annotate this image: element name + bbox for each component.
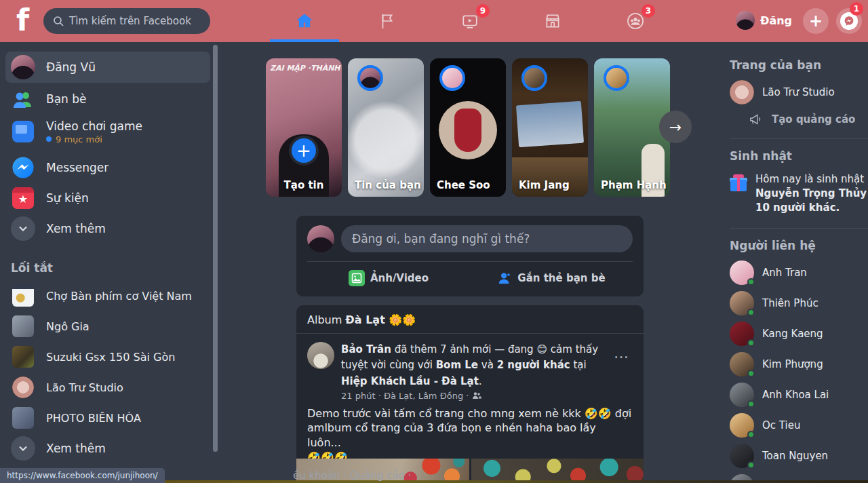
shortcut-suzuki[interactable]: Suzuki Gsx 150 Sài Gòn <box>5 342 210 372</box>
story-label: Tin của bạn <box>355 180 421 191</box>
shortcut-lao-tru-studio[interactable]: Lão Trư Studio <box>5 372 210 402</box>
chevron-down-icon <box>11 436 35 461</box>
story-create[interactable]: ZAI MẬP ·THÀNH P + Tạo tin <box>266 58 342 197</box>
tab-marketplace[interactable] <box>511 0 594 42</box>
sidebar-item-label: Messenger <box>46 161 108 174</box>
post-meta[interactable]: 21 phút · Đà Lạt, Lâm Đồng · <box>341 391 612 401</box>
tagged-others[interactable]: 2 người khác <box>497 359 570 371</box>
composer-avatar[interactable] <box>307 225 334 252</box>
post-photo[interactable] <box>471 459 644 483</box>
birthday-item[interactable]: Hôm nay là sinh nhật Nguyễn Trọng Thủy 1… <box>730 172 867 215</box>
create-button[interactable]: + <box>803 8 829 34</box>
photo-icon <box>349 270 365 286</box>
page-item[interactable]: Lão Trư Studio <box>730 80 835 104</box>
your-pages-title: Trang của bạn <box>730 58 821 72</box>
tab-pages[interactable] <box>346 0 429 42</box>
post-location[interactable]: Hiệp Khách Lầu - Đà Lạt <box>341 375 479 387</box>
divider <box>730 228 868 229</box>
online-dot <box>747 461 755 469</box>
story-photo-text: ZAI MẬP ·THÀNH P <box>270 64 342 73</box>
album-title[interactable]: Album Đà Lạt 🌼🌼 <box>307 313 633 326</box>
sidebar-item-profile[interactable]: Đăng Vũ <box>5 52 210 83</box>
contact-name: Kim Phượng <box>762 358 823 370</box>
shortcut-label: Xem thêm <box>46 442 106 455</box>
story-photo <box>516 101 584 148</box>
online-dot <box>747 278 755 286</box>
shortcut-ngo-gia[interactable]: Ngô Gia <box>5 311 210 341</box>
profile-name: Đăng <box>760 14 792 27</box>
online-dot <box>747 400 755 408</box>
story-your-story[interactable]: Tin của bạn <box>348 58 424 197</box>
photo-video-button[interactable]: Ảnh/Video <box>307 270 470 286</box>
shortcut-see-more[interactable]: Xem thêm <box>5 433 210 463</box>
contact-row[interactable]: Oc Tieu <box>730 413 800 438</box>
create-story-plus-icon[interactable]: + <box>289 136 319 166</box>
sidebar-item-gaming-video[interactable]: Video chơi game 9 mục mới <box>5 112 210 151</box>
contact-row[interactable]: Thiên Phúc <box>730 291 818 315</box>
post-header-text: Bảo Trân đã thêm 7 ảnh mới — đang 😊 cảm … <box>341 342 612 389</box>
divider <box>296 333 644 334</box>
messenger-blue-icon <box>11 155 35 180</box>
gift-icon <box>730 174 747 192</box>
search-input[interactable]: Tìm kiếm trên Facebook <box>43 8 210 34</box>
contact-row[interactable]: Kim Phượng <box>730 352 823 376</box>
contact-name: Anh Khoa Lai <box>762 389 829 401</box>
sidebar-item-friends[interactable]: Bạn bè <box>5 84 210 114</box>
contact-name: Toan Nguyen <box>762 450 828 462</box>
left-sidebar: Đăng Vũ Bạn bè Video chơi game 9 mục mới <box>0 42 228 483</box>
contact-row[interactable]: Toan Nguyen <box>730 444 828 468</box>
contact-row[interactable]: Anh Khoa Lai <box>730 383 829 407</box>
sidebar-item-messenger[interactable]: Messenger <box>5 153 210 182</box>
footer-links[interactable]: ều khoản · Quảng cáo · <box>293 469 411 482</box>
right-sidebar: Trang của bạn Lão Trư Studio Tạo quảng c… <box>730 42 868 483</box>
story-kim-jang[interactable]: Kim Jang <box>512 58 588 197</box>
profile-avatar <box>736 11 755 30</box>
tag-person-icon <box>497 271 512 286</box>
profile-chip[interactable]: Đăng <box>736 11 792 30</box>
shortcut-thumbnail <box>12 315 34 337</box>
sidebar-scrollbar[interactable] <box>213 45 218 452</box>
status-input[interactable]: Đăng ơi, bạn đang nghĩ gì thế? <box>341 225 633 252</box>
story-avatar <box>521 65 547 91</box>
shortcut-thumbnail <box>12 285 34 307</box>
shortcut-photo-bien-hoa[interactable]: PHOTO BIÊN HÒA <box>5 403 210 433</box>
watch-icon <box>461 12 479 30</box>
create-ad-link[interactable]: Tạo quảng cáo <box>749 113 855 126</box>
post-author-name[interactable]: Bảo Trân <box>341 343 391 355</box>
story-chee-soo[interactable]: Chee Soo <box>430 58 506 197</box>
story-photo <box>454 109 481 152</box>
tab-groups[interactable]: 3 <box>594 0 677 42</box>
shortcut-thumbnail <box>12 407 34 429</box>
friends-privacy-icon <box>472 391 481 400</box>
birthday-others[interactable]: 10 người khác. <box>755 201 840 214</box>
flag-icon <box>378 12 396 30</box>
divider <box>730 138 868 139</box>
story-avatar <box>439 65 465 91</box>
post-author-avatar[interactable] <box>307 342 334 369</box>
contact-row[interactable]: Anh Tran <box>730 260 807 285</box>
facebook-dark-home: f Tìm kiếm trên Facebook 9 3 <box>0 0 868 483</box>
shortcut-keyboard-market[interactable]: Chợ Bàn phím cơ Việt Nam <box>5 281 210 311</box>
album-name[interactable]: Đà Lạt <box>345 313 389 326</box>
tagged-friend[interactable]: Bom Le <box>436 359 478 371</box>
sidebar-item-see-more[interactable]: Xem thêm <box>5 214 210 244</box>
plus-icon: + <box>809 12 823 31</box>
shortcuts-title: Lối tắt <box>11 261 53 275</box>
post-options-button[interactable]: … <box>614 345 630 362</box>
sidebar-item-label: Xem thêm <box>46 222 106 235</box>
unread-dot <box>46 136 52 142</box>
birthday-person[interactable]: Nguyễn Trọng Thủy <box>755 187 867 199</box>
tab-home[interactable] <box>263 0 346 42</box>
sidebar-item-events[interactable]: ★ Sự kiện <box>5 183 210 213</box>
birthdays-title: Sinh nhật <box>730 149 792 163</box>
stories-next-button[interactable]: → <box>659 111 692 143</box>
facebook-logo[interactable]: f <box>16 3 29 37</box>
contact-row[interactable]: Kang Kaeng <box>730 322 823 346</box>
contact-name: Thiên Phúc <box>762 297 818 309</box>
tag-friends-button[interactable]: Gắn thẻ bạn bè <box>470 271 633 286</box>
story-photo <box>348 99 424 180</box>
groups-badge: 3 <box>642 4 655 18</box>
shortcut-label: PHOTO BIÊN HÒA <box>46 412 141 425</box>
tab-watch[interactable]: 9 <box>429 0 511 42</box>
chevron-down-icon <box>11 216 35 241</box>
